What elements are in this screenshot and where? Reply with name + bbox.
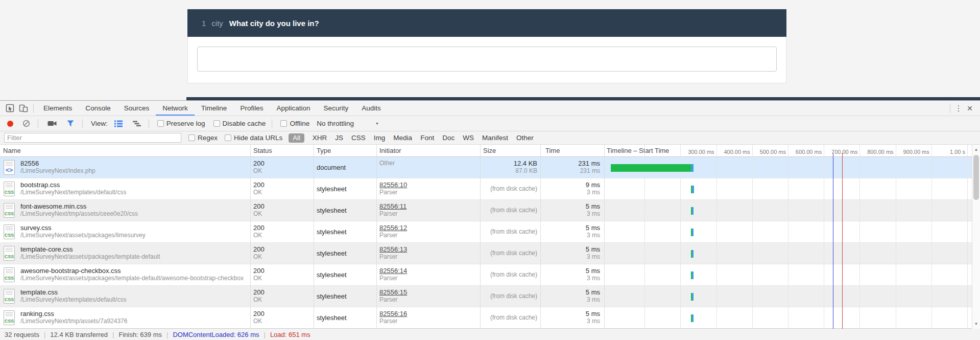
request-row[interactable]: <>82556/LimeSurveyNext/index.php200OKdoc… (0, 157, 972, 178)
initiator-link[interactable]: 82556:13 (379, 245, 407, 253)
tab-console[interactable]: Console (79, 101, 117, 116)
offline-checkbox[interactable] (280, 120, 287, 127)
filter-type-doc[interactable]: Doc (442, 134, 455, 142)
hide-data-urls-label[interactable]: Hide data URLs (234, 134, 282, 142)
request-size: (from disk cache) (482, 292, 537, 300)
tab-audits[interactable]: Audits (355, 101, 388, 116)
filter-type-ws[interactable]: WS (463, 134, 474, 142)
column-header-initiator[interactable]: Initiator (379, 147, 401, 154)
initiator-link[interactable]: 82556:14 (379, 267, 407, 275)
file-icon-tag: CSS (4, 276, 14, 281)
filter-input[interactable] (4, 133, 181, 143)
filter-type-media[interactable]: Media (393, 134, 412, 142)
request-time-primary: 5 ms (542, 267, 600, 275)
filter-type-manifest[interactable]: Manifest (482, 134, 508, 142)
tab-profiles[interactable]: Profiles (233, 101, 270, 116)
request-row[interactable]: CSSranking.css/LimeSurveyNext/tmp/assets… (0, 307, 972, 329)
file-icon-tag: <> (4, 167, 14, 174)
regex-label[interactable]: Regex (198, 134, 218, 142)
disable-cache-checkbox[interactable] (213, 120, 220, 127)
request-row[interactable]: CSSfont-awesome.min.css/LimeSurveyNext/t… (0, 200, 972, 221)
request-initiator: 82556:16Parser (379, 310, 407, 325)
column-header-timeline[interactable]: Timeline – Start Time (607, 147, 669, 154)
bar-receiving-segment (692, 293, 694, 301)
timeline-bar (691, 250, 694, 258)
request-name: bootstrap.css/LimeSurveyNext/templates/d… (20, 181, 126, 196)
request-status-primary: 200 (253, 245, 265, 253)
filter-type-xhr[interactable]: XHR (313, 134, 327, 142)
scroll-down-icon[interactable]: ▼ (972, 320, 980, 328)
filter-type-font[interactable]: Font (420, 134, 434, 142)
column-header-size[interactable]: Size (483, 147, 496, 154)
request-row[interactable]: CSSsurvey.css/LimeSurveyNext/assets/pack… (0, 221, 972, 243)
devtools-close-icon[interactable]: × (964, 104, 976, 113)
column-header-name[interactable]: Name (3, 147, 21, 154)
filter-type-all[interactable]: All (289, 133, 304, 143)
request-row[interactable]: CSSbootstrap.css/LimeSurveyNext/template… (0, 178, 972, 200)
request-name: 82556/LimeSurveyNext/index.php (20, 160, 95, 174)
vertical-scrollbar[interactable]: ▲ ▼ (972, 145, 980, 329)
stylesheet-file-icon: CSS (4, 267, 15, 282)
show-waterfall-icon[interactable] (131, 118, 142, 129)
filter-type-other[interactable]: Other (516, 134, 534, 142)
preserve-log-label[interactable]: Preserve log (166, 120, 205, 127)
filter-type-img[interactable]: Img (374, 134, 386, 142)
hide-data-urls-checkbox[interactable] (225, 134, 231, 141)
offline-label[interactable]: Offline (290, 120, 309, 127)
stylesheet-file-icon: CSS (4, 182, 15, 196)
bar-receiving-segment (691, 164, 694, 172)
tab-sources[interactable]: Sources (117, 101, 156, 116)
capture-screenshots-icon[interactable] (46, 118, 58, 129)
bar-receiving-segment (692, 271, 694, 279)
request-name-primary: survey.css (20, 224, 146, 232)
request-name-secondary: /LimeSurveyNext/index.php (20, 167, 95, 174)
scrollbar-thumb[interactable] (973, 155, 979, 200)
clear-network-log-icon[interactable] (20, 118, 32, 129)
file-icon-lines (6, 269, 13, 274)
request-time: 5 ms3 ms (542, 288, 600, 303)
request-row[interactable]: CSStemplate.css/LimeSurveyNext/templates… (0, 286, 972, 307)
devtools-menu-icon[interactable]: ⋮ (953, 104, 964, 113)
initiator-sub: Parser (379, 318, 407, 325)
toggle-device-toolbar-icon[interactable] (18, 103, 29, 114)
bar-receiving-segment (692, 229, 694, 236)
survey-answer-input[interactable] (197, 47, 777, 72)
request-row[interactable]: CSStemplate-core.css/LimeSurveyNext/asse… (0, 243, 972, 264)
network-filterbar: Regex Hide data URLs AllXHRJSCSSImgMedia… (0, 131, 980, 145)
column-header-status[interactable]: Status (253, 147, 272, 154)
throttling-select[interactable]: No throttling (317, 120, 354, 127)
filter-type-js[interactable]: JS (335, 134, 343, 142)
filter-type-css[interactable]: CSS (351, 134, 366, 142)
request-name: template-core.css/LimeSurveyNext/assets/… (20, 245, 160, 260)
request-size: 12.4 KB87.0 KB (482, 160, 537, 174)
column-header-time[interactable]: Time (545, 147, 560, 154)
use-large-rows-icon[interactable] (113, 118, 124, 129)
request-initiator: 82556:15Parser (379, 288, 407, 303)
initiator-link[interactable]: 82556:12 (379, 224, 407, 232)
record-network-log-icon[interactable] (7, 121, 13, 127)
preserve-log-checkbox[interactable] (157, 120, 164, 127)
initiator-link[interactable]: 82556:15 (379, 288, 407, 296)
request-row[interactable]: CSSawesome-bootstrap-checkbox.css/LimeSu… (0, 264, 972, 286)
request-time-primary: 5 ms (542, 310, 600, 318)
tab-application[interactable]: Application (270, 101, 317, 116)
tab-security[interactable]: Security (317, 101, 355, 116)
request-type: stylesheet (317, 292, 347, 300)
initiator-link[interactable]: 82556:10 (379, 181, 407, 189)
request-name-primary: template.css (20, 288, 126, 296)
scroll-up-icon[interactable]: ▲ (972, 146, 980, 153)
tab-timeline[interactable]: Timeline (195, 101, 234, 116)
tab-elements[interactable]: Elements (37, 101, 79, 116)
regex-checkbox[interactable] (188, 134, 195, 141)
initiator-link[interactable]: 82556:11 (379, 202, 407, 210)
column-header-type[interactable]: Type (317, 147, 331, 154)
devtools-panel: ElementsConsoleSourcesNetworkTimelinePro… (0, 100, 980, 340)
file-icon-lines (6, 184, 13, 188)
inspect-element-icon[interactable] (4, 103, 15, 114)
filter-icon[interactable] (65, 118, 76, 129)
request-status-primary: 200 (253, 288, 265, 296)
initiator-link[interactable]: 82556:16 (379, 310, 407, 318)
disable-cache-label[interactable]: Disable cache (223, 120, 266, 127)
tab-network[interactable]: Network (156, 101, 195, 116)
chevron-down-icon[interactable]: ▼ (375, 122, 379, 125)
